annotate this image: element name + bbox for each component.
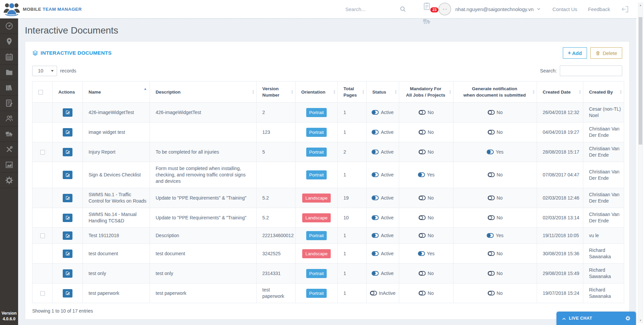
table-row: SWMS No.1 - Traffic Control for Works on…: [33, 188, 624, 208]
toggle-label: No: [497, 129, 503, 135]
global-search-input[interactable]: [345, 6, 395, 12]
avatar-placeholder: «·»: [443, 8, 447, 10]
sort-icon[interactable]: ▲▼: [394, 90, 397, 94]
sidebar-item-chart[interactable]: [0, 157, 18, 173]
sidebar-item-form[interactable]: [0, 96, 18, 111]
avatar[interactable]: «·»: [438, 3, 451, 15]
column-header-actions[interactable]: Actions: [53, 82, 83, 103]
edit-button[interactable]: [63, 269, 72, 278]
sort-asc-icon[interactable]: ▲: [144, 86, 147, 92]
name-cell: 426-imageWidgetTest: [83, 103, 150, 122]
user-menu[interactable]: nhat.nguyen@saigontechnology.vn: [455, 6, 541, 12]
logout-button[interactable]: [621, 5, 629, 13]
orientation-cell: Landscape: [296, 188, 338, 208]
mandatory-cell: Yes: [399, 244, 453, 264]
description-cell: To be completed for all injuries: [150, 142, 257, 162]
sidebar-item-map-pin[interactable]: [0, 34, 18, 49]
row-checkbox[interactable]: [40, 150, 45, 155]
total-pages-cell: 1: [338, 228, 367, 244]
select-all-header: [33, 82, 53, 103]
feedback-link[interactable]: Feedback: [588, 6, 610, 12]
edit-button[interactable]: [63, 108, 72, 117]
edit-button[interactable]: [63, 250, 72, 258]
window-scrollbar[interactable]: ▲ ▼: [638, 3, 643, 323]
toggle-on-icon: [372, 196, 379, 200]
sidebar-item-truck[interactable]: [0, 126, 18, 142]
column-header-version-number[interactable]: Version Number▲▼: [257, 82, 296, 103]
status-cell: Active: [367, 162, 399, 188]
sidebar: Version 4.0.6.0: [0, 18, 18, 325]
edit-button[interactable]: [63, 231, 72, 240]
scroll-up-arrow[interactable]: ▲: [638, 4, 643, 7]
column-header-name[interactable]: Name▲: [83, 82, 150, 103]
row-select-cell: [33, 283, 53, 303]
sidebar-item-gear[interactable]: [0, 173, 18, 188]
version-cell: 5.2: [257, 208, 296, 228]
records-per-page-select[interactable]: 10: [32, 66, 57, 76]
live-chat-bar[interactable]: LIVE CHAT: [556, 312, 636, 325]
column-header-generate-notification-when-document-is-submitted[interactable]: Generate notification when document is s…: [453, 82, 537, 103]
main-content: Interactive Documents INTERACTIVE DOCUME…: [18, 18, 636, 325]
edit-button[interactable]: [63, 289, 72, 297]
gear-icon[interactable]: [625, 316, 631, 321]
row-select-cell: [33, 228, 53, 244]
sort-icon[interactable]: ▲▼: [362, 90, 365, 94]
toggle-label: Active: [381, 233, 393, 238]
magnifier-icon[interactable]: [399, 6, 406, 12]
sort-icon[interactable]: ▲▼: [579, 90, 581, 94]
sort-icon[interactable]: ▲▼: [291, 90, 293, 94]
table-search-input[interactable]: [560, 65, 622, 76]
sidebar-item-gauge[interactable]: [0, 18, 18, 34]
interactive-documents-panel: INTERACTIVE DOCUMENTS + Add Delete 10: [25, 41, 630, 320]
created-date-cell: 19/07/2018 15:24: [537, 283, 583, 303]
sidebar-item-people[interactable]: [0, 111, 18, 126]
orientation-cell: Portrait: [296, 162, 338, 188]
row-checkbox[interactable]: [40, 291, 45, 296]
contact-us-link[interactable]: Contact Us: [552, 6, 577, 12]
column-header-created-date[interactable]: Created Date▲▼: [537, 82, 583, 103]
sort-icon[interactable]: ▲▼: [449, 90, 451, 94]
name-cell: SWMS No.1 - Traffic Control for Works on…: [83, 188, 150, 208]
toggle-label: No: [428, 149, 434, 155]
row-actions-cell: [53, 162, 83, 188]
column-header-created-by[interactable]: Created By▲▼: [583, 82, 624, 103]
notification-cell: No: [453, 122, 537, 142]
sort-icon[interactable]: ▲▼: [252, 90, 255, 94]
add-button[interactable]: + Add: [563, 47, 587, 59]
map-pin-icon: [5, 37, 13, 46]
delete-button[interactable]: Delete: [590, 47, 622, 59]
orientation-badge: Portrait: [306, 128, 327, 137]
column-header-total-pages[interactable]: Total Pages▲▼: [338, 82, 367, 103]
edit-button[interactable]: [63, 214, 72, 222]
orientation-cell: Portrait: [296, 142, 338, 162]
column-header-orientation[interactable]: Orientation▲▼: [296, 82, 338, 103]
toggle-label: No: [497, 110, 503, 115]
sidebar-item-calendar[interactable]: [0, 49, 18, 65]
notification-cell: Yes: [453, 142, 537, 162]
select-all-checkbox[interactable]: [38, 90, 43, 95]
row-checkbox[interactable]: [40, 233, 45, 238]
edit-button[interactable]: [63, 194, 72, 202]
sort-icon[interactable]: ▲▼: [333, 90, 336, 94]
sidebar-item-tools[interactable]: [0, 142, 18, 157]
notification-truck[interactable]: 23: [422, 17, 434, 26]
toggle-off-icon: [419, 130, 426, 134]
sidebar-item-books[interactable]: [0, 80, 18, 96]
gear-icon: [5, 176, 13, 184]
notification-cell: No: [453, 283, 537, 303]
toggle-label: Active: [381, 195, 393, 201]
column-header-description[interactable]: Description▲▼: [150, 82, 257, 103]
sort-icon[interactable]: ▲▼: [532, 90, 535, 94]
version-cell: 2314331: [257, 264, 296, 283]
column-header-status[interactable]: Status▲▼: [367, 82, 399, 103]
scrollbar-thumb[interactable]: [639, 17, 642, 145]
sort-icon[interactable]: ▲▼: [620, 90, 622, 94]
edit-button[interactable]: [63, 128, 72, 137]
status-cell: Active: [367, 188, 399, 208]
column-header-mandatory-for-all-jobs-projects[interactable]: Mandatory For All Jobs / Projects▲▼: [399, 82, 453, 103]
sidebar-item-folder[interactable]: [0, 65, 18, 80]
total-pages-cell: 10: [338, 208, 367, 228]
edit-button[interactable]: [63, 171, 72, 179]
scroll-down-arrow[interactable]: ▼: [638, 319, 643, 322]
edit-button[interactable]: [63, 148, 72, 156]
